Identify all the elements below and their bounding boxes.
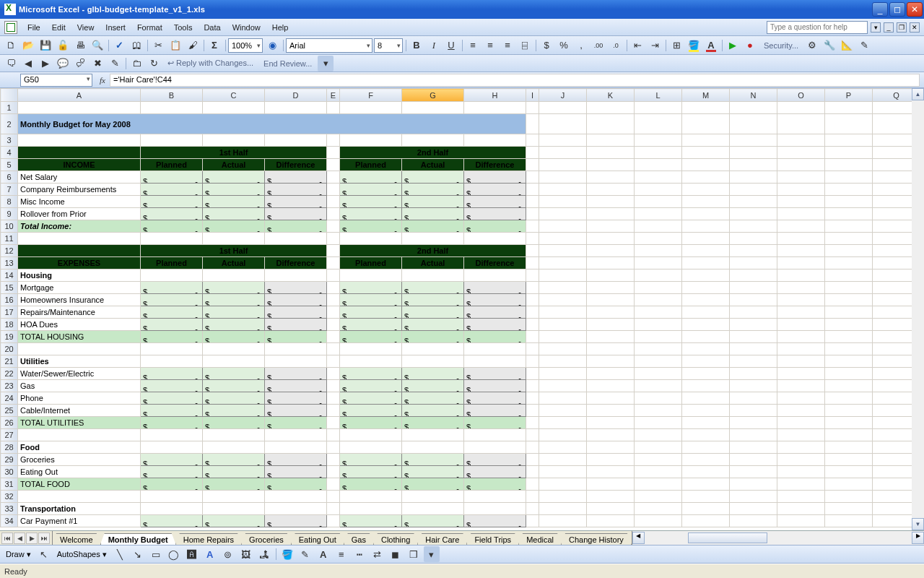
cell[interactable]: $- (141, 208, 203, 220)
cell[interactable] (340, 441, 402, 454)
update-file-icon[interactable]: ↻ (146, 56, 162, 72)
close-button[interactable]: ✕ (907, 2, 923, 17)
row-header-28[interactable]: 28 (1, 441, 18, 454)
workbook-icon[interactable] (4, 21, 17, 34)
cell[interactable] (265, 134, 327, 147)
cell[interactable] (682, 306, 730, 319)
cell[interactable] (340, 134, 402, 147)
cell[interactable]: $- (464, 294, 526, 306)
col-header-G[interactable]: G (402, 89, 464, 102)
cell[interactable] (873, 294, 912, 306)
cell[interactable] (539, 429, 587, 441)
cell[interactable]: $- (265, 208, 327, 220)
menu-file[interactable]: File (22, 21, 46, 34)
cell[interactable] (18, 491, 141, 503)
cell[interactable]: $- (402, 196, 464, 208)
cell[interactable] (635, 491, 682, 503)
cell[interactable] (327, 102, 340, 114)
cell[interactable]: $- (464, 368, 526, 380)
cell[interactable] (539, 392, 587, 405)
horizontal-scrollbar[interactable]: ◀ ▶ (632, 531, 924, 545)
name-box[interactable]: G50 (20, 74, 92, 87)
cell[interactable] (873, 196, 912, 208)
increase-decimal-icon[interactable]: .00 (590, 38, 606, 53)
row-header-12[interactable]: 12 (1, 245, 18, 257)
cell[interactable] (635, 102, 682, 114)
delete-comment-icon[interactable]: ✖ (90, 56, 105, 72)
exit-design-icon[interactable]: ✎ (856, 38, 872, 53)
cell[interactable] (526, 478, 539, 491)
cell[interactable] (873, 441, 912, 454)
cell[interactable]: $- (203, 405, 265, 417)
cell[interactable] (730, 134, 777, 147)
fx-icon[interactable]: fx (95, 76, 110, 85)
cell[interactable] (777, 478, 825, 491)
cell[interactable] (587, 380, 635, 392)
cell[interactable]: Difference (464, 159, 526, 171)
cell[interactable] (873, 147, 912, 159)
cell[interactable]: Water/Sewer/Electric (18, 368, 141, 380)
cell[interactable] (682, 392, 730, 405)
zoom-combo[interactable]: 100% (228, 38, 263, 53)
menu-edit[interactable]: Edit (46, 21, 71, 34)
decrease-decimal-icon[interactable]: .0 (608, 38, 624, 53)
cell[interactable]: Food (18, 441, 141, 454)
cell[interactable] (327, 282, 340, 294)
cell[interactable]: 1st Half (141, 245, 327, 257)
cell[interactable] (682, 257, 730, 269)
cell[interactable]: $- (141, 515, 203, 527)
cell[interactable] (526, 515, 539, 527)
cell[interactable] (587, 515, 635, 527)
cell[interactable] (539, 269, 587, 282)
row-header-8[interactable]: 8 (1, 196, 18, 208)
cell[interactable]: $- (203, 184, 265, 196)
cell[interactable] (825, 392, 873, 405)
cell[interactable] (327, 429, 340, 441)
cell[interactable] (777, 114, 825, 134)
cell[interactable] (777, 196, 825, 208)
cell[interactable] (777, 306, 825, 319)
cell[interactable] (777, 269, 825, 282)
cell[interactable] (587, 478, 635, 491)
cell[interactable] (327, 245, 340, 257)
tab-first-icon[interactable]: ⏮ (1, 532, 13, 544)
cell[interactable] (635, 294, 682, 306)
cell[interactable] (587, 147, 635, 159)
cell[interactable] (730, 466, 777, 478)
cell[interactable] (464, 491, 526, 503)
cell[interactable] (539, 368, 587, 380)
cell[interactable]: $- (464, 454, 526, 466)
cell[interactable]: Actual (402, 257, 464, 269)
new-icon[interactable]: 🗋 (3, 38, 19, 53)
cell[interactable] (203, 503, 265, 515)
cell[interactable]: Planned (340, 257, 402, 269)
sheet-tab-clothing[interactable]: Clothing (373, 533, 418, 545)
cell[interactable] (682, 503, 730, 515)
cell[interactable] (682, 159, 730, 171)
cell[interactable] (539, 441, 587, 454)
cell[interactable] (682, 220, 730, 233)
cell[interactable]: Misc Income (18, 196, 141, 208)
cell[interactable] (825, 319, 873, 331)
cell[interactable] (730, 147, 777, 159)
cell[interactable] (730, 171, 777, 184)
cell[interactable] (825, 294, 873, 306)
cell[interactable] (587, 429, 635, 441)
new-comment-icon[interactable]: 🗨 (3, 56, 19, 72)
cell[interactable]: TOTAL HOUSING (18, 331, 141, 343)
cell[interactable] (730, 503, 777, 515)
sheet-tab-monthly-budget[interactable]: Monthly Budget (100, 533, 176, 545)
ink-icon[interactable]: ✎ (107, 56, 123, 72)
cell[interactable] (682, 269, 730, 282)
row-header-23[interactable]: 23 (1, 380, 18, 392)
col-header-B[interactable]: B (141, 89, 203, 102)
row-header-5[interactable]: 5 (1, 159, 18, 171)
cell[interactable]: EXPENSES (18, 257, 141, 269)
permission-icon[interactable]: 🔓 (55, 38, 71, 53)
cell[interactable] (777, 355, 825, 368)
comma-icon[interactable]: , (573, 38, 589, 53)
cell[interactable]: $- (402, 417, 464, 429)
cell[interactable]: $- (203, 478, 265, 491)
cell[interactable] (464, 343, 526, 355)
col-header-M[interactable]: M (682, 89, 730, 102)
